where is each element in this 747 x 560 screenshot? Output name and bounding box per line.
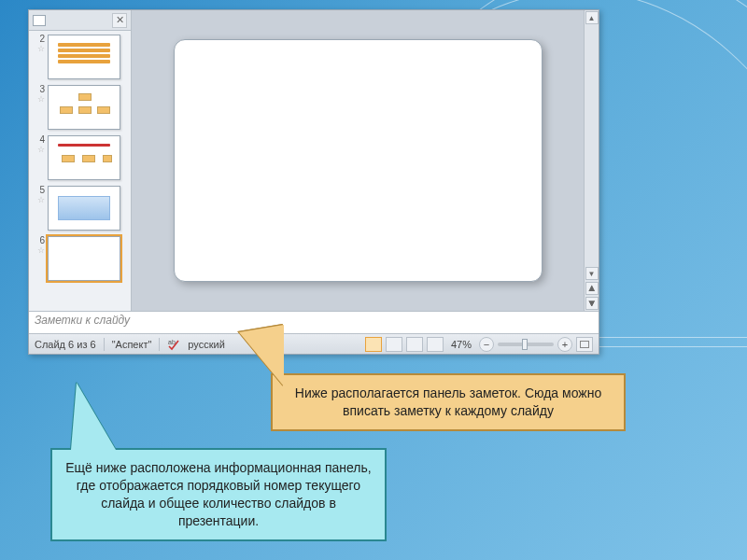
app-window: ✕ 2 ☆ 3 ☆ [28,9,599,355]
thumbnail-preview[interactable] [48,135,120,180]
thumbnail-list[interactable]: 2 ☆ 3 ☆ [29,31,131,311]
slide-counter: Слайд 6 из 6 [35,339,96,350]
zoom-in-button[interactable]: + [557,337,572,352]
svg-text:ab: ab [168,339,176,345]
thumbnail-item[interactable]: 2 ☆ [31,35,129,79]
thumbnail-preview[interactable] [48,85,120,130]
reading-view-button[interactable] [406,337,423,352]
thumbnail-number: 3 [31,85,45,94]
thumbnail-pane: ✕ 2 ☆ 3 ☆ [29,10,132,311]
prev-slide-button[interactable]: ⯅ [585,282,599,295]
animation-star-icon: ☆ [31,45,45,53]
thumbnail-preview[interactable] [48,35,120,79]
language-indicator[interactable]: русский [188,339,224,350]
normal-view-button[interactable] [365,337,382,352]
status-right-group: 47% − + [365,337,593,352]
thumbnail-number: 6 [31,236,45,245]
animation-star-icon: ☆ [31,146,45,154]
zoom-slider-handle[interactable] [522,339,528,350]
thumbnail-item[interactable]: 6 ☆ [31,236,129,281]
thumbnail-preview[interactable] [48,236,120,281]
app-body: ✕ 2 ☆ 3 ☆ [29,10,599,311]
callout-text: Ещё ниже расположена информационная пане… [65,460,371,528]
fit-to-window-button[interactable] [576,337,593,352]
zoom-out-button[interactable]: − [479,337,494,352]
scroll-down-button[interactable]: ▼ [585,267,599,280]
status-bar: Слайд 6 из 6 "Аспект" ab русский 47% − + [29,333,599,354]
thumbnail-item[interactable]: 5 ☆ [31,186,129,231]
callout-text: Ниже располагается панель заметок. Сюда … [295,385,601,418]
animation-star-icon: ☆ [31,246,45,255]
slideshow-view-button[interactable] [427,337,444,352]
callout-status-bar: Ещё ниже расположена информационная пане… [50,448,387,541]
slide-editor-area[interactable] [132,10,584,311]
zoom-slider[interactable] [498,343,554,346]
slide-canvas[interactable] [174,39,543,282]
thumbnail-number: 5 [31,186,45,195]
next-slide-button[interactable]: ⯆ [585,297,599,310]
theme-name: "Аспект" [112,339,152,350]
thumbnail-number: 2 [31,35,45,44]
thumbnail-pane-header: ✕ [29,10,131,31]
callout-notes-pane: Ниже располагается панель заметок. Сюда … [271,373,626,431]
animation-star-icon: ☆ [31,196,45,204]
sorter-view-button[interactable] [386,337,402,352]
notes-pane[interactable]: Заметки к слайду [29,311,599,333]
thumbnail-item[interactable]: 3 ☆ [31,85,129,130]
vertical-scrollbar[interactable]: ▲ ▼ ⯅ ⯆ [584,10,599,311]
zoom-level[interactable]: 47% [451,339,472,350]
scroll-up-button[interactable]: ▲ [585,11,599,24]
close-pane-button[interactable]: ✕ [112,13,127,28]
thumbnail-number: 4 [31,135,45,145]
spellcheck-icon[interactable]: ab [167,338,180,351]
slides-tab-icon[interactable] [33,15,46,26]
thumbnail-preview[interactable] [48,186,120,231]
animation-star-icon: ☆ [31,95,45,104]
thumbnail-item[interactable]: 4 ☆ [31,135,129,180]
notes-placeholder: Заметки к слайду [35,314,130,327]
